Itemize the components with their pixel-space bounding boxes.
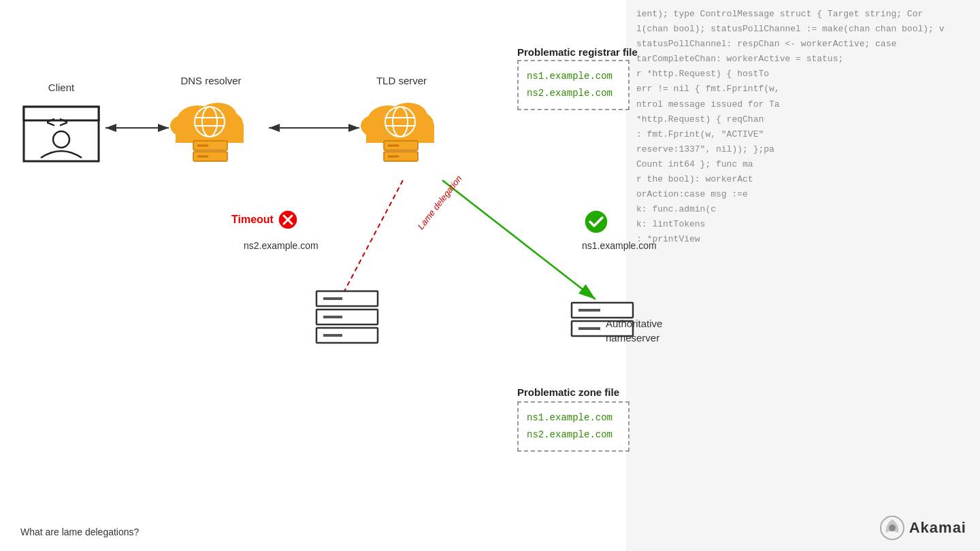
code-line: : *printView <box>636 232 970 247</box>
green-check-icon <box>584 210 608 234</box>
tld-server-icon <box>354 86 449 168</box>
tld-server-node: TLD server <box>354 75 449 171</box>
zone-file-title: Problematic zone file <box>517 386 619 398</box>
svg-line-8 <box>442 180 595 299</box>
code-line: *http.Request) { reqChan <box>636 112 970 127</box>
dns-resolver-label: DNS resolver <box>163 75 259 86</box>
code-line: k: lintTokens <box>636 217 970 232</box>
akamai-logo: Akamai <box>879 515 966 541</box>
code-line: reserve:1337", nil)); };pa <box>636 142 970 157</box>
ns2-label: ns2.example.com <box>244 240 318 251</box>
svg-rect-17 <box>176 124 244 143</box>
code-line: ient); type ControlMessage struct { Targ… <box>636 7 970 22</box>
client-label: Client <box>20 82 102 93</box>
code-background: ient); type ControlMessage struct { Targ… <box>626 0 980 551</box>
code-line: k: func.admin(c <box>636 202 970 217</box>
code-line: r the bool): workerAct <box>636 172 970 187</box>
registrar-ns1: ns1.example.com <box>527 68 620 85</box>
svg-line-7 <box>344 180 403 293</box>
akamai-logo-icon <box>879 515 905 541</box>
code-line: statusPollChannel: respChan <- workerAct… <box>636 37 970 52</box>
auth-label-line1: Authoritative <box>606 316 662 331</box>
code-line: Count int64 }; func ma <box>636 157 970 172</box>
lame-delegation-label: Lame delegation <box>416 173 464 231</box>
zone-ns1: ns1.example.com <box>527 410 620 427</box>
timeout-indicator: Timeout <box>231 210 298 230</box>
footer-question: What are lame delegations? <box>20 527 139 537</box>
zone-file-box: ns1.example.com ns2.example.com <box>517 401 630 452</box>
auth-label-line2: nameserver <box>606 331 662 345</box>
code-line: l(chan bool); statusPollChannel := make(… <box>636 22 970 37</box>
code-line: : fmt.Fprint(w, "ACTIVE" <box>636 127 970 142</box>
svg-point-52 <box>585 210 608 233</box>
code-line: tarCompleteChan: workerActive = status; <box>636 52 970 67</box>
code-line: err != nil { fmt.Fprintf(w, <box>636 82 970 97</box>
client-node: Client < > <box>20 82 102 168</box>
timeout-icon <box>278 210 298 230</box>
akamai-logo-text: Akamai <box>909 519 966 537</box>
registrar-file-box: ns1.example.com ns2.example.com <box>517 60 630 110</box>
decommissioned-server: Decommissioned <box>303 286 391 350</box>
registrar-ns2: ns2.example.com <box>527 85 620 102</box>
authoritative-nameserver-label: Authoritative nameserver <box>606 316 662 345</box>
registrar-file-title: Problematic registrar file <box>517 46 638 58</box>
tld-server-label: TLD server <box>354 75 449 86</box>
ns1-label: ns1.example.com <box>582 240 657 251</box>
code-line: ntrol message issued for Ta <box>636 97 970 112</box>
dns-resolver-icon <box>163 86 259 168</box>
checkmark-svg <box>584 210 608 234</box>
zone-ns2: ns2.example.com <box>527 427 620 444</box>
code-line: r *http.Request) { hostTo <box>636 67 970 82</box>
timeout-text: Timeout <box>231 214 274 226</box>
dns-resolver-node: DNS resolver <box>163 75 259 171</box>
svg-rect-32 <box>366 124 434 143</box>
code-line: orAction:case msg :=e <box>636 187 970 202</box>
client-icon: < > <box>20 93 102 168</box>
svg-point-58 <box>889 524 896 531</box>
decommissioned-server-icon <box>303 286 391 347</box>
svg-text:< >: < > <box>46 114 68 131</box>
